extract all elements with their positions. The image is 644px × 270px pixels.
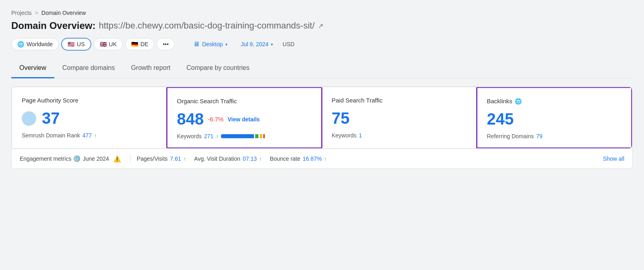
- bounce-rate-metric: Bounce rate 16.87% ↑: [270, 155, 327, 162]
- tab-overview[interactable]: Overview: [11, 59, 54, 78]
- page-title: Domain Overview: https://be.chewy.com/ba…: [11, 20, 633, 31]
- globe-icon-backlinks: 🌐: [515, 98, 522, 104]
- bounce-rate-value: 16.87%: [303, 155, 322, 162]
- rank-up-arrow: ↑: [94, 133, 97, 139]
- authority-label: Page Authority Score: [22, 97, 157, 104]
- avg-duration-metric: Avg. Visit Duration 07:13 ↑: [194, 155, 262, 162]
- page-title-label: Domain Overview:: [11, 20, 95, 31]
- flag-us: 🇺🇸: [68, 41, 74, 47]
- engagement-row: Engagement metrics 🌐 June 2024 ⚠️ Pages/…: [12, 149, 632, 168]
- bar-red: [263, 134, 265, 138]
- authority-circle-icon: [22, 111, 36, 126]
- keywords-bar: [221, 134, 273, 138]
- avg-duration-arrow: ↑: [259, 156, 262, 162]
- chevron-down-icon: ▾: [271, 42, 273, 47]
- bar-yellow: [260, 134, 262, 138]
- paid-keywords-value: 1: [359, 132, 362, 139]
- keywords-up-arrow: ↑: [216, 133, 219, 139]
- metrics-container: Page Authority Score 37 Semrush Domain R…: [11, 86, 633, 169]
- backlinks-ref-sub: Referring Domains 79: [487, 133, 622, 139]
- breadcrumb-current: Domain Overview: [41, 10, 86, 16]
- desktop-icon: 🖥: [193, 41, 200, 48]
- bar-green: [255, 134, 258, 138]
- card-authority: Page Authority Score 37 Semrush Domain R…: [12, 87, 167, 148]
- device-dropdown[interactable]: 🖥 Desktop ▾: [188, 38, 233, 50]
- breadcrumb-parent[interactable]: Projects: [11, 10, 32, 16]
- flag-uk: 🇬🇧: [100, 41, 107, 47]
- view-details-link[interactable]: View details: [227, 116, 260, 123]
- organic-value: 848 -6.7% View details: [177, 110, 312, 128]
- page-title-url: https://be.chewy.com/basic-dog-training-…: [99, 20, 314, 31]
- breadcrumb-separator: >: [35, 10, 38, 16]
- paid-keywords-sub: Keywords 1: [332, 132, 466, 139]
- authority-sub: Semrush Domain Rank 477 ↑: [22, 132, 157, 139]
- warning-icon: ⚠️: [113, 155, 121, 163]
- filters-row: 🌐 Worldwide 🇺🇸 US 🇬🇧 UK 🇩🇪 DE ••• 🖥 Desk…: [11, 38, 633, 51]
- engagement-date: June 2024: [83, 155, 109, 162]
- filter-us[interactable]: 🇺🇸 US: [61, 38, 91, 51]
- organic-change: -6.7%: [208, 116, 223, 123]
- filter-uk[interactable]: 🇬🇧 UK: [94, 38, 123, 50]
- ref-domains-value: 79: [536, 133, 543, 139]
- paid-label: Paid Search Traffic: [332, 97, 466, 104]
- currency-label: USD: [283, 41, 295, 47]
- authority-value: 37: [22, 109, 157, 127]
- show-all-link[interactable]: Show all: [603, 155, 624, 162]
- filter-worldwide[interactable]: 🌐 Worldwide: [11, 38, 59, 50]
- globe-icon: 🌐: [17, 41, 24, 47]
- pages-visits-arrow: ↑: [184, 156, 186, 162]
- pages-visits-value: 7.61: [170, 155, 181, 162]
- organic-keywords-value: 271: [204, 133, 213, 139]
- tab-compare-domains[interactable]: Compare domains: [54, 59, 123, 78]
- filter-de[interactable]: 🇩🇪 DE: [125, 38, 154, 50]
- globe-icon-engagement: 🌐: [74, 155, 80, 162]
- domain-rank-value: 477: [83, 132, 92, 139]
- bounce-rate-arrow: ↑: [324, 156, 327, 162]
- external-link-icon[interactable]: ↗: [318, 22, 323, 30]
- paid-value: 75: [332, 109, 466, 127]
- backlinks-label: Backlinks 🌐: [487, 98, 622, 104]
- date-dropdown[interactable]: Jul 9, 2024 ▾: [235, 39, 279, 50]
- bar-blue: [221, 134, 254, 138]
- tab-compare-countries[interactable]: Compare by countries: [178, 59, 258, 78]
- card-backlinks: Backlinks 🌐 245 Referring Domains 79: [476, 87, 633, 149]
- organic-keywords-sub: Keywords 271 ↑: [177, 133, 312, 139]
- flag-de: 🇩🇪: [131, 41, 138, 47]
- avg-duration-value: 07:13: [243, 155, 257, 162]
- engagement-divider: [130, 155, 130, 163]
- chevron-down-icon: ▾: [225, 42, 227, 47]
- pages-visits-metric: Pages/Visits 7.61 ↑: [137, 155, 186, 162]
- engagement-label: Engagement metrics 🌐 June 2024 ⚠️: [20, 155, 121, 163]
- card-organic: Organic Search Traffic 848 -6.7% View de…: [166, 87, 323, 149]
- tabs: Overview Compare domains Growth report C…: [11, 59, 633, 78]
- tab-growth-report[interactable]: Growth report: [123, 59, 178, 78]
- card-paid: Paid Search Traffic 75 Keywords 1: [322, 87, 477, 148]
- organic-label: Organic Search Traffic: [177, 98, 312, 104]
- filter-more[interactable]: •••: [157, 38, 175, 50]
- breadcrumb: Projects > Domain Overview: [11, 10, 633, 16]
- cards-row: Page Authority Score 37 Semrush Domain R…: [12, 87, 632, 149]
- backlinks-value: 245: [487, 110, 622, 128]
